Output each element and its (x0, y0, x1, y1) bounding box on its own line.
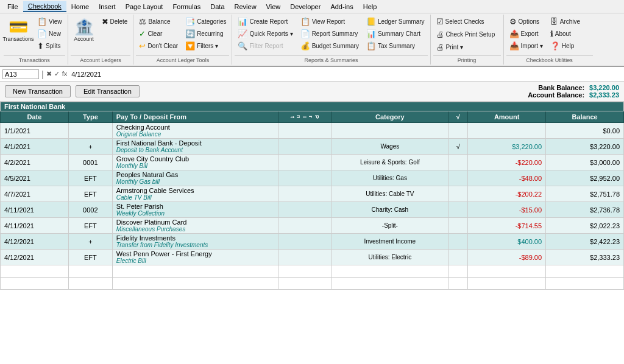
payto-sub: Deposit to Bank Account (116, 147, 274, 153)
view-btn[interactable]: 📋View (34, 16, 65, 27)
account-ledgers-big-btn[interactable]: 🏦 Account (71, 16, 98, 44)
view-report-btn[interactable]: 📋View Report (297, 16, 362, 27)
filters-btn[interactable]: 🔽Filters ▾ (182, 40, 229, 52)
account-label: Account (74, 36, 94, 42)
check-print-setup-icon: 🖨 (436, 30, 444, 39)
menu-insert[interactable]: Insert (94, 2, 121, 12)
filters-icon: 🔽 (185, 41, 195, 51)
menu-page-layout[interactable]: Page Layout (121, 2, 168, 12)
cell-payto: Peoples Natural Gas Monthly Gas bill (112, 170, 278, 186)
menu-data[interactable]: Data (205, 2, 229, 12)
cell-checkmark (448, 155, 468, 170)
menu-help[interactable]: Help (358, 2, 382, 12)
import-btn[interactable]: 📥Import ▾ (506, 40, 546, 52)
delete-btn[interactable]: ✖Delete (99, 16, 131, 27)
view-report-icon: 📋 (300, 17, 310, 26)
menu-review[interactable]: Review (230, 2, 261, 12)
menu-checkbook[interactable]: Checkbook (23, 1, 66, 12)
cancel-formula-icon[interactable]: ✖ (46, 70, 52, 78)
options-btn[interactable]: ⚙Options (506, 16, 546, 27)
summary-chart-btn[interactable]: 📊Summary Chart (363, 28, 428, 40)
cell-type: EFT (68, 186, 112, 202)
cell-print (278, 234, 332, 250)
new-btn[interactable]: 📄New (34, 28, 65, 40)
transactions-big-btn[interactable]: 💳 Transactions (4, 16, 33, 44)
insert-function-icon[interactable]: fx (62, 70, 68, 78)
menu-view[interactable]: View (261, 2, 286, 12)
ribbon-group-account-ledgers: 🏦 Account ✖Delete Account Ledgers (68, 15, 134, 65)
payto-sub: Miscellaneous Purchases (116, 226, 274, 233)
formula-input[interactable] (69, 70, 622, 79)
col-type: Type (68, 111, 112, 123)
ledger-table: First National Bank Date Type Pay To / D… (0, 102, 624, 290)
quick-reports-icon: 📈 (238, 29, 247, 38)
table-row[interactable]: 4/11/2021 0002 St. Peter Parish Weekly C… (1, 202, 624, 218)
create-report-btn[interactable]: 📊Create Report (235, 16, 296, 27)
create-report-icon: 📊 (238, 17, 247, 26)
edit-transaction-button[interactable]: Edit Transaction (76, 85, 140, 97)
empty-row (1, 265, 624, 278)
quick-reports-btn[interactable]: 📈Quick Reports ▾ (235, 28, 296, 40)
cell-category: -Split- (332, 218, 448, 234)
export-btn[interactable]: 📤Export (506, 28, 546, 40)
new-transaction-button[interactable]: New Transaction (5, 85, 71, 97)
transaction-header: New Transaction Edit Transaction Bank Ba… (0, 82, 624, 102)
payto-main: Discover Platinum Card (116, 219, 274, 226)
balance-btn[interactable]: ⚖Balance (136, 16, 181, 27)
formula-divider: | (41, 69, 44, 79)
cell-checkmark (448, 202, 468, 218)
confirm-formula-icon[interactable]: ✓ (54, 70, 60, 78)
menu-addins[interactable]: Add-ins (325, 2, 358, 12)
cell-balance: $2,022.23 (546, 218, 624, 234)
payto-main: Fidelity Investments (116, 234, 274, 242)
menu-home[interactable]: Home (66, 2, 94, 12)
filter-report-btn[interactable]: 🔍Filter Report (235, 40, 296, 52)
balance-info: Bank Balance: $3,220.00 Account Balance:… (528, 84, 619, 99)
splits-btn[interactable]: ⬆Splits (34, 40, 65, 52)
recurring-btn[interactable]: 🔄Recurring (182, 28, 229, 40)
about-icon: ℹ (550, 29, 553, 38)
table-row[interactable]: 4/12/2021 + Fidelity Investments Transfe… (1, 234, 624, 250)
table-row[interactable]: 4/11/2021 EFT Discover Platinum Card Mis… (1, 218, 624, 234)
reports-group-label: Reports & Summaries (235, 55, 427, 63)
clear-btn[interactable]: ✓Clear (136, 28, 181, 40)
filter-report-icon: 🔍 (238, 41, 247, 51)
menu-bar: File Checkbook Home Insert Page Layout F… (0, 0, 624, 13)
print-btn[interactable]: 🖨Print ▾ (433, 41, 466, 53)
table-row[interactable]: 4/5/2021 EFT Peoples Natural Gas Monthly… (1, 170, 624, 186)
cell-checkmark (448, 170, 468, 186)
archive-btn[interactable]: 🗄Archive (547, 16, 583, 27)
check-print-setup-btn[interactable]: 🖨Check Print Setup (433, 29, 498, 40)
budget-summary-btn[interactable]: 💰Budget Summary (297, 40, 362, 52)
table-row[interactable]: 4/2/2021 0001 Grove City Country Club Mo… (1, 155, 624, 170)
ledger-summary-btn[interactable]: 📒Ledger Summary (363, 16, 428, 27)
help-btn[interactable]: ❓Help (547, 40, 583, 52)
ribbon: 💳 Transactions 📋View 📄New ⬆Splits Transa… (0, 13, 624, 67)
menu-developer[interactable]: Developer (285, 2, 325, 12)
cell-type: EFT (68, 170, 112, 186)
about-btn[interactable]: ℹAbout (547, 28, 583, 40)
table-row[interactable]: 1/1/2021 Checking Account Original Balan… (1, 123, 624, 139)
cell-amount: -$89.00 (468, 250, 546, 265)
tax-summary-btn[interactable]: 📋Tax Summary (363, 40, 428, 52)
table-row[interactable]: 4/7/2021 EFT Armstrong Cable Services Ca… (1, 186, 624, 202)
table-row[interactable]: 4/1/2021 + First National Bank - Deposit… (1, 139, 624, 155)
menu-file[interactable]: File (2, 2, 23, 12)
dont-clear-btn[interactable]: ↩Don't Clear (136, 40, 181, 52)
cell-type: EFT (68, 250, 112, 265)
cell-balance: $2,422.23 (546, 234, 624, 250)
payto-main: Checking Account (116, 124, 274, 131)
report-summary-btn[interactable]: 📄Report Summary (297, 28, 362, 40)
select-checks-btn[interactable]: ☑Select Checks (433, 16, 488, 27)
cell-balance: $3,000.00 (546, 155, 624, 170)
budget-summary-icon: 💰 (300, 41, 310, 51)
cell-date: 4/2/2021 (1, 155, 69, 170)
menu-formulas[interactable]: Formulas (168, 2, 205, 12)
cell-payto: Fidelity Investments Transfer from Fidel… (112, 234, 278, 250)
table-row[interactable]: 4/12/2021 EFT West Penn Power - First En… (1, 250, 624, 265)
cell-reference[interactable] (2, 69, 39, 79)
categories-btn[interactable]: 📑Categories (182, 16, 229, 27)
report-summary-icon: 📄 (300, 29, 310, 38)
cell-type: + (68, 234, 112, 250)
col-category: Category (332, 111, 448, 123)
